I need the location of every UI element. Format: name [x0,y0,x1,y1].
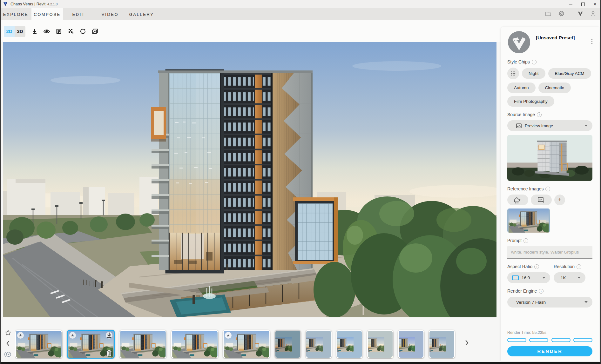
style-chips-grid-icon[interactable] [507,68,519,79]
chevron-down-icon [542,277,545,279]
window-title: Chaos Veras | Revit [10,2,45,6]
resolution-label: Resolution [554,264,575,269]
chevron-down-icon [584,301,588,303]
render-thumbnail-4[interactable] [171,330,218,358]
credit-pip [507,338,526,342]
add-image-reference-button[interactable] [531,195,552,205]
tab-edit[interactable]: EDIT [63,8,94,20]
open-folder-icon[interactable] [545,10,552,18]
credit-pip [573,338,592,342]
render-thumbnail-8[interactable] [336,330,362,358]
render-image [3,42,496,317]
mode-2d-button[interactable]: 2D [4,26,15,37]
source-preview-thumbnail [507,135,592,181]
render-thumbnail-7[interactable] [306,330,332,358]
render-thumbnail-11[interactable] [429,330,455,358]
render-thumbnail-10[interactable] [398,330,424,358]
starred-badge-icon[interactable]: ★ [225,332,232,339]
download-badge-icon[interactable] [106,332,112,339]
maximize-button[interactable] [581,2,585,6]
preset-name: [Unsaved Preset] [536,35,575,40]
style-chips-row: Night Blue/Gray ACM Autumn Cinematic Fil… [507,68,592,107]
style-chip-film-photography[interactable]: Film Photography [507,96,554,107]
resolution-info-icon[interactable]: i [577,264,581,269]
close-button[interactable]: ✕ [593,2,597,6]
scroll-to-selected-icon[interactable] [4,351,12,359]
minimize-button[interactable] [569,2,573,6]
download-icon[interactable] [30,27,39,36]
render-thumbnail-9[interactable] [367,330,393,358]
render-engine-label: Render Engine [507,288,537,294]
render-thumbnail-2-selected[interactable]: ★ [67,330,115,359]
render-engine-info-icon[interactable]: i [539,289,544,294]
settings-gear-icon[interactable] [558,10,565,18]
render-viewport [3,42,496,317]
render-engine-value: Version 7 Flash [516,300,546,305]
tab-compose[interactable]: COMPOSE [31,8,63,20]
starred-badge-icon[interactable]: ★ [69,332,76,339]
resolution-value: 1K [561,275,566,280]
refresh-icon[interactable] [79,27,87,36]
veras-app-window: Chaos Veras | Revit 4.2.1.0 ✕ EXPLORE CO… [0,0,601,364]
image-stack-icon[interactable] [91,27,99,36]
aspect-ratio-icon [512,275,519,280]
view-mode-toggle: 2D 3D [4,26,25,37]
reference-images-label: Reference Images [507,186,544,191]
credit-pip [529,338,548,342]
geometry-reference-button[interactable] [507,195,528,205]
delete-badge-icon[interactable] [106,350,112,356]
render-engine-dropdown[interactable]: Version 7 Flash [507,297,592,308]
preset-menu-icon[interactable] [591,39,593,44]
render-thumbnail-6[interactable] [275,330,301,358]
notes-icon[interactable] [55,27,63,36]
starred-badge-icon[interactable]: ★ [17,332,24,339]
source-image-value: Preview Image [525,123,553,128]
style-chip-autumn[interactable]: Autumn [507,83,536,93]
mode-3d-button[interactable]: 3D [15,26,25,37]
seed-add-icon[interactable] [67,27,75,36]
style-chips-label: Style Chips [507,59,530,64]
style-chip-night[interactable]: Night [522,68,545,79]
veras-mark-icon[interactable] [577,10,584,18]
render-thumbnail-5[interactable]: ★ [223,330,270,358]
render-credit-pips [507,338,592,342]
reference-images-info-icon[interactable]: i [545,187,550,191]
visibility-icon[interactable] [43,27,51,36]
scroll-left-icon[interactable] [6,341,10,347]
veras-logo-icon [3,2,8,7]
aspect-ratio-label: Aspect Ratio [507,264,532,269]
style-chip-blue-gray-acm[interactable]: Blue/Gray ACM [548,68,591,79]
toolbar-divider [571,10,571,18]
style-chips-info-icon[interactable]: i [532,60,537,64]
resolution-dropdown[interactable]: 1K [554,272,585,283]
chevron-down-icon [584,125,588,127]
aspect-ratio-dropdown[interactable]: 16:9 [507,272,550,283]
render-thumbnail-1[interactable]: ★ [15,330,62,358]
source-image-dropdown[interactable]: Preview Image [507,120,592,131]
source-image-label: Source Image [507,112,535,117]
thumbnail-strip: ★ ★ ★ [15,329,463,359]
compose-settings-panel: [Unsaved Preset] Style Chips i Night Blu… [501,27,599,361]
render-history-filmstrip: ★ ★ ★ [0,329,497,359]
tab-video[interactable]: VIDEO [94,8,126,20]
prompt-info-icon[interactable]: i [523,238,528,243]
tab-gallery[interactable]: GALLERY [126,8,157,20]
credit-pip [551,338,571,342]
source-image-info-icon[interactable]: i [537,112,542,117]
tab-explore[interactable]: EXPLORE [0,8,31,20]
style-chip-cinematic[interactable]: Cinematic [538,83,571,93]
add-reference-icon[interactable]: + [554,195,565,205]
prompt-input[interactable] [507,246,592,259]
main-tab-bar: EXPLORE COMPOSE EDIT VIDEO GALLERY [0,8,601,20]
render-thumbnail-3[interactable] [119,330,166,358]
title-bar: Chaos Veras | Revit 4.2.1.0 ✕ [0,0,601,9]
aspect-ratio-value: 16:9 [522,275,530,280]
favorites-filter-icon[interactable] [5,330,11,337]
image-icon [516,123,522,128]
render-button[interactable]: RENDER [507,346,592,356]
aspect-ratio-info-icon[interactable]: i [534,264,539,269]
preset-avatar [507,30,531,54]
scroll-right-icon[interactable] [465,340,469,347]
account-icon[interactable] [590,10,597,18]
reference-image-thumbnail[interactable] [507,208,550,233]
